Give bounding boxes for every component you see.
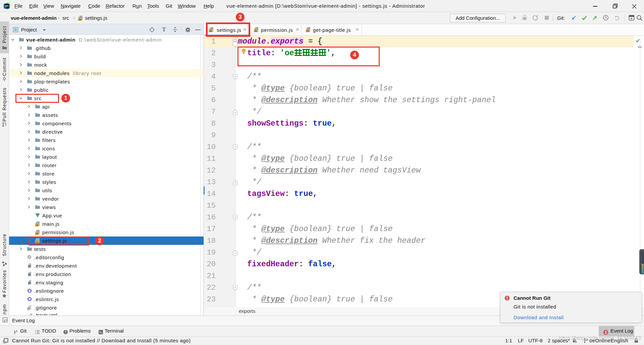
svg-text:JS: JS [306, 30, 309, 32]
svg-text:JS: JS [36, 232, 39, 235]
svg-text:JS: JS [254, 30, 257, 32]
svg-text:JS: JS [78, 18, 82, 21]
svg-text:JS: JS [36, 224, 39, 226]
svg-text:1: 1 [605, 331, 607, 334]
